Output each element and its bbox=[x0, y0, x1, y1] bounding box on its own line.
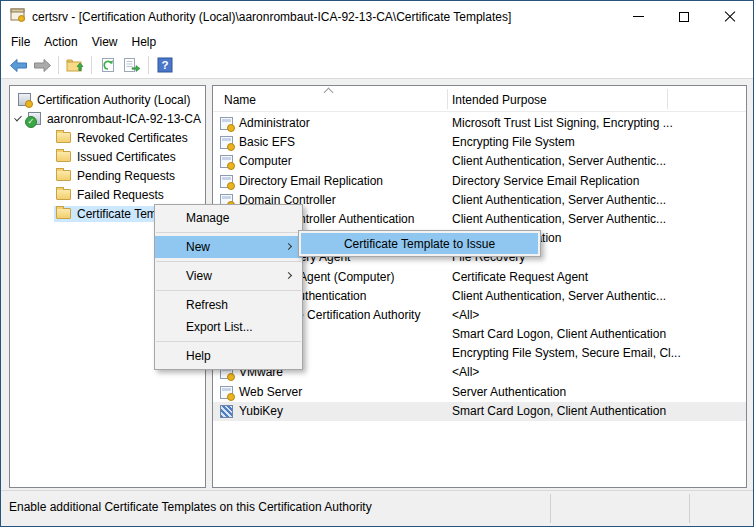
toolbar-up-one-level-icon[interactable] bbox=[63, 54, 87, 76]
table-row[interactable]: Web ServerServer Authentication bbox=[213, 383, 746, 402]
menubar-action[interactable]: Action bbox=[37, 32, 84, 52]
maximize-icon bbox=[679, 12, 689, 22]
template-name: Administrator bbox=[239, 116, 310, 130]
tree-item-content: Revoked Certificates bbox=[54, 130, 192, 146]
tree-item-failed-requests[interactable]: Failed Requests bbox=[10, 185, 205, 204]
table-row[interactable]: AdministratorMicrosoft Trust List Signin… bbox=[213, 114, 746, 133]
toolbar: ? bbox=[1, 52, 753, 79]
template-name: Computer bbox=[239, 154, 292, 168]
certificate-template-icon bbox=[220, 155, 233, 168]
tree-item-label: Failed Requests bbox=[77, 188, 164, 202]
certsrv-window: certsrv - [Certification Authority (Loca… bbox=[0, 0, 754, 527]
menu-item-view[interactable]: View bbox=[155, 265, 302, 287]
maximize-button[interactable] bbox=[661, 1, 707, 32]
intended-purpose: Server Authentication bbox=[452, 385, 566, 399]
status-text: Enable additional Certificate Templates … bbox=[9, 500, 372, 514]
intended-purpose: Client Authentication, Server Authentic.… bbox=[452, 212, 666, 226]
tree-item-content: aaronrombaut-ICA-92-13-CA bbox=[26, 111, 205, 127]
svg-text:?: ? bbox=[161, 59, 168, 71]
menu-item-help[interactable]: Help bbox=[155, 345, 302, 367]
tree-item-content: Certification Authority (Local) bbox=[16, 92, 194, 108]
menubar-view[interactable]: View bbox=[85, 32, 125, 52]
column-divider[interactable] bbox=[447, 89, 448, 109]
toolbar-forward-arrow-icon[interactable] bbox=[30, 54, 54, 76]
close-icon bbox=[724, 11, 736, 23]
toolbar-help-icon[interactable]: ? bbox=[153, 54, 177, 76]
folder-icon bbox=[56, 208, 71, 219]
intended-purpose: Smart Card Logon, Client Authentication bbox=[452, 404, 666, 418]
template-name: Web Server bbox=[239, 385, 302, 399]
column-header-name[interactable]: Name bbox=[224, 93, 256, 107]
folder-icon bbox=[56, 151, 71, 162]
table-row[interactable]: YubiKeySmart Card Logon, Client Authenti… bbox=[213, 402, 746, 421]
column-divider[interactable] bbox=[667, 89, 668, 109]
tree-item-aaronrombaut-ica-92-13-ca[interactable]: aaronrombaut-ICA-92-13-CA bbox=[10, 109, 205, 128]
toolbar-separator bbox=[148, 56, 149, 74]
menu-item-label: New bbox=[186, 240, 210, 254]
toolbar-export-list-icon[interactable] bbox=[120, 54, 144, 76]
tree-item-content: Issued Certificates bbox=[54, 149, 180, 165]
tree-item-label: Revoked Certificates bbox=[77, 131, 188, 145]
toolbar-refresh-icon[interactable] bbox=[96, 54, 120, 76]
context-menu: ManageNewViewRefreshExport List...Help bbox=[154, 204, 303, 370]
window-title: certsrv - [Certification Authority (Loca… bbox=[32, 10, 511, 24]
table-row[interactable]: ComputerClient Authentication, Server Au… bbox=[213, 152, 746, 171]
minimize-button[interactable] bbox=[615, 1, 661, 32]
toolbar-back-arrow-icon[interactable] bbox=[6, 54, 30, 76]
menu-item-manage[interactable]: Manage bbox=[155, 207, 302, 229]
menubar-file[interactable]: File bbox=[4, 32, 37, 52]
intended-purpose: Microsoft Trust List Signing, Encrypting… bbox=[452, 116, 673, 130]
chevron-down-icon[interactable] bbox=[14, 113, 22, 121]
tree-item-issued-certificates[interactable]: Issued Certificates bbox=[10, 147, 205, 166]
folder-icon bbox=[56, 170, 71, 181]
tree-item-pending-requests[interactable]: Pending Requests bbox=[10, 166, 205, 185]
intended-purpose: <All> bbox=[452, 308, 479, 322]
column-header-intended-purpose[interactable]: Intended Purpose bbox=[452, 93, 547, 107]
table-row[interactable]: Directory Email ReplicationDirectory Ser… bbox=[213, 172, 746, 191]
intended-purpose: Directory Service Email Replication bbox=[452, 174, 639, 188]
menu-item-export-list[interactable]: Export List... bbox=[155, 316, 302, 338]
minimize-icon bbox=[633, 16, 644, 17]
menubar-help[interactable]: Help bbox=[125, 32, 164, 52]
menu-separator bbox=[156, 232, 301, 233]
tree-item-certification-authority-local[interactable]: Certification Authority (Local) bbox=[10, 90, 205, 109]
menu-item-label: Manage bbox=[186, 211, 229, 225]
template-name: YubiKey bbox=[239, 404, 283, 418]
toolbar-separator bbox=[91, 56, 92, 74]
tree-item-revoked-certificates[interactable]: Revoked Certificates bbox=[10, 128, 205, 147]
yubikey-template-icon bbox=[220, 405, 233, 418]
menu-item-certificate-template-to-issue[interactable]: Certificate Template to Issue bbox=[301, 233, 538, 254]
menu-item-label: Help bbox=[186, 349, 211, 363]
intended-purpose: Client Authentication, Server Authentic.… bbox=[452, 289, 666, 303]
menu-separator bbox=[156, 341, 301, 342]
list-header: Name Intended Purpose bbox=[213, 86, 746, 112]
server-check-icon bbox=[28, 112, 41, 125]
menu-item-label: Certificate Template to Issue bbox=[344, 237, 495, 251]
menu-item-refresh[interactable]: Refresh bbox=[155, 294, 302, 316]
folder-icon bbox=[56, 189, 71, 200]
certificate-template-icon bbox=[220, 155, 233, 168]
tree-item-label: aaronrombaut-ICA-92-13-CA bbox=[47, 112, 201, 126]
intended-purpose: Client Authentication, Server Authentic.… bbox=[452, 154, 666, 168]
menu-item-label: Refresh bbox=[186, 298, 228, 312]
submenu-arrow-icon bbox=[285, 243, 292, 250]
certificate-template-icon bbox=[220, 117, 233, 130]
toolbar-separator bbox=[58, 56, 59, 74]
menu-item-label: Export List... bbox=[186, 320, 253, 334]
table-row[interactable]: Basic EFSEncrypting File System bbox=[213, 133, 746, 152]
certificate-template-icon bbox=[220, 386, 233, 399]
tree-item-content: Failed Requests bbox=[54, 187, 168, 203]
yubikey-template-icon bbox=[220, 405, 233, 418]
menu-bar: FileActionViewHelp bbox=[1, 32, 753, 52]
certificate-template-icon bbox=[220, 386, 233, 399]
status-pane-divider bbox=[550, 494, 551, 523]
close-button[interactable] bbox=[707, 1, 753, 32]
intended-purpose: Smart Card Logon, Client Authentication bbox=[452, 327, 666, 341]
status-bar: Enable additional Certificate Templates … bbox=[1, 490, 753, 526]
intended-purpose: <All> bbox=[452, 365, 479, 379]
tree-item-content: Pending Requests bbox=[54, 168, 179, 184]
intended-purpose: Encrypting File System bbox=[452, 135, 575, 149]
certificate-template-icon bbox=[220, 175, 233, 188]
intended-purpose: Certificate Request Agent bbox=[452, 270, 588, 284]
menu-item-new[interactable]: New bbox=[155, 236, 302, 258]
